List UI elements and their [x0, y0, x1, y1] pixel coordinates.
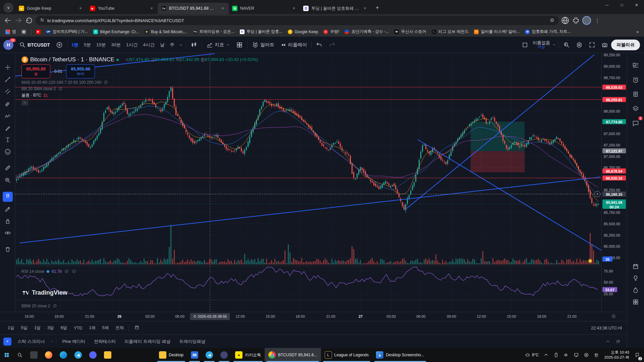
collapse-panel-icon[interactable] — [605, 339, 610, 344]
brush-icon[interactable] — [3, 123, 13, 133]
timeframe-dropdown-icon[interactable] — [177, 39, 184, 51]
screener-icon[interactable]: ⚡ — [3, 338, 11, 346]
stock-screener-button[interactable]: 스탁 스크리너 — [13, 337, 49, 347]
restore-panel-icon[interactable] — [615, 339, 621, 344]
task-view-button[interactable] — [26, 348, 41, 362]
lock-icon[interactable] — [3, 216, 13, 226]
goto-date-icon[interactable] — [131, 323, 143, 333]
xabcd-pattern-icon[interactable] — [3, 111, 13, 121]
add-alert-plus-icon[interactable]: + — [594, 191, 600, 197]
trash-icon[interactable] — [3, 244, 13, 254]
redo-icon[interactable] — [326, 39, 338, 51]
buy-button[interactable]: 85,955.86 바이 — [66, 64, 95, 78]
range-1d[interactable]: 1일 — [5, 323, 17, 333]
bookmark-tooding[interactable]: D투딩 | 올바른 암호... — [238, 28, 284, 36]
publish-button[interactable]: 퍼블리쉬 — [611, 40, 640, 50]
range-5y[interactable]: 5해 — [99, 323, 112, 333]
user-avatar[interactable]: H11 — [3, 40, 13, 50]
tab-google-keep[interactable]: ● Google Keep × — [15, 3, 87, 14]
trading-panel-button[interactable]: 트레이딩패널 — [175, 337, 210, 347]
range-ytd[interactable]: YTD — [71, 324, 85, 332]
bookmark-keep[interactable]: ●Google Keep — [286, 28, 320, 35]
eye-off-icon[interactable] — [103, 80, 108, 85]
eye-off-icon[interactable] — [52, 303, 57, 308]
bookmark-weather[interactable]: 초단기예측 - 강수 -... — [342, 28, 391, 36]
ruler-icon[interactable] — [3, 163, 13, 173]
timeframe-1h[interactable]: 1시간 — [123, 39, 141, 51]
news-icon[interactable] — [631, 89, 641, 99]
tab-close-icon[interactable]: × — [362, 6, 368, 11]
trend-line-icon[interactable] — [3, 74, 13, 84]
kakaotalk-button[interactable]: ● 카카오톡 — [231, 348, 265, 362]
fullscreen-icon[interactable] — [586, 39, 598, 51]
chevron-down-icon[interactable] — [50, 339, 54, 344]
start-button[interactable] — [0, 348, 13, 362]
pinned-app-blue[interactable]: 88 — [187, 348, 202, 362]
volume-icon[interactable] — [561, 349, 571, 361]
bookmark-lol[interactable]: L리그 오브 레전드 — [430, 28, 471, 36]
magnet-icon[interactable] — [3, 192, 13, 202]
timeframe-1d[interactable]: 날 — [157, 39, 167, 51]
timeframe-30m[interactable]: 30분 — [108, 39, 123, 51]
desktop-screenshot-button[interactable]: ▲ Desktop Screensho... — [372, 348, 428, 362]
tab-tradingview[interactable]: Tv BTCUSDT 85,941.68 ▼ −1.11% × — [158, 3, 229, 14]
pane-separator[interactable] — [15, 266, 627, 266]
timeframe-5m[interactable]: 5분 — [81, 39, 94, 51]
status-x-icon[interactable] — [582, 349, 591, 361]
edge-icon[interactable] — [56, 348, 71, 362]
rsi-legend[interactable]: RSI 14 close 61.78 — [21, 269, 76, 274]
layout-grid-icon[interactable] — [233, 39, 246, 51]
browser-menu-icon[interactable]: ⋮ — [593, 16, 602, 25]
watchlist-icon[interactable] — [631, 60, 641, 70]
tab-tooding[interactable]: D 투딩 | 올바른 암호화폐 투자의 × — [300, 3, 371, 14]
snapshot-camera-icon[interactable] — [598, 39, 611, 51]
object-tree-icon[interactable] — [631, 104, 641, 114]
symbol-title[interactable]: Bitcoin / TetherUS · 1 · BINANCE — [30, 56, 114, 63]
url-bar[interactable]: kr.tradingview.com/chart/pXPt14LB/?symbo… — [36, 16, 559, 25]
bbw-legend[interactable]: BBW 20 close 2 — [21, 303, 57, 308]
bookmarks-overflow-icon[interactable]: » — [634, 28, 641, 35]
zoom-in-icon[interactable] — [3, 175, 13, 185]
notification-center-icon[interactable]: 2 — [633, 349, 642, 361]
dom-icon[interactable] — [631, 297, 641, 307]
tab-close-icon[interactable]: × — [149, 6, 154, 11]
site-info-icon[interactable] — [40, 17, 45, 23]
apps-shortcut[interactable]: 앱 — [3, 28, 18, 36]
ideas-icon[interactable] — [631, 273, 641, 283]
time-axis[interactable]: 수 2025-03-26 08:55 15:0018:0021:002603:0… — [0, 312, 627, 321]
bookmark-albamon[interactable]: O알바를 리스펙! 알바... — [472, 28, 522, 36]
tab-close-icon[interactable]: × — [291, 6, 297, 11]
axis-settings-gear-icon[interactable] — [611, 314, 616, 319]
save-link[interactable]: 저장 — [538, 45, 545, 49]
emoji-icon[interactable] — [3, 147, 13, 157]
tab-search-button[interactable]: ∨ — [3, 3, 13, 13]
pitchfork-icon[interactable] — [3, 99, 13, 109]
taskbar-clock[interactable]: 오후 10:43 2025-03-27-목 — [602, 350, 632, 360]
symbol-search-button[interactable]: BTCUSDT — [16, 39, 53, 51]
pinned-telegram[interactable]: ◀ — [202, 348, 217, 362]
firefox-icon[interactable] — [41, 348, 56, 362]
range-1m[interactable]: 1달 — [31, 323, 44, 333]
translate-icon[interactable] — [561, 16, 570, 25]
bookmark-star-icon[interactable] — [549, 17, 555, 24]
network-display-icon[interactable] — [572, 349, 581, 361]
calendar-icon[interactable] — [631, 261, 641, 272]
range-5d[interactable]: 5일 — [18, 323, 30, 333]
sell-button[interactable]: 85,955.85 셀 — [21, 64, 50, 78]
replay-trading-panel-button[interactable]: 리플레이 트레이딩 패널 — [120, 337, 174, 347]
timeframe-4h[interactable]: 4시간 — [141, 39, 158, 51]
layout-dropdown-icon[interactable] — [551, 39, 557, 51]
chat-icon[interactable]: 1 — [631, 118, 641, 128]
eye-off-icon[interactable] — [71, 269, 76, 274]
telegram-icon[interactable]: ◀ — [71, 348, 86, 362]
minimize-button[interactable]: ─ — [600, 0, 614, 10]
layout-name-button[interactable]: 이름없음 저장 — [531, 41, 551, 49]
chart-style-icon[interactable] — [187, 39, 200, 51]
tab-close-icon[interactable]: × — [78, 6, 83, 11]
alerts-icon[interactable] — [631, 75, 641, 85]
tab-naver[interactable]: N NAVER × — [229, 3, 300, 14]
timeframe-1w[interactable]: 주 — [167, 39, 177, 51]
settings-gear-icon[interactable] — [573, 39, 586, 51]
league-of-legends-button[interactable]: L League of Legends — [321, 348, 373, 362]
undo-icon[interactable] — [313, 39, 326, 51]
